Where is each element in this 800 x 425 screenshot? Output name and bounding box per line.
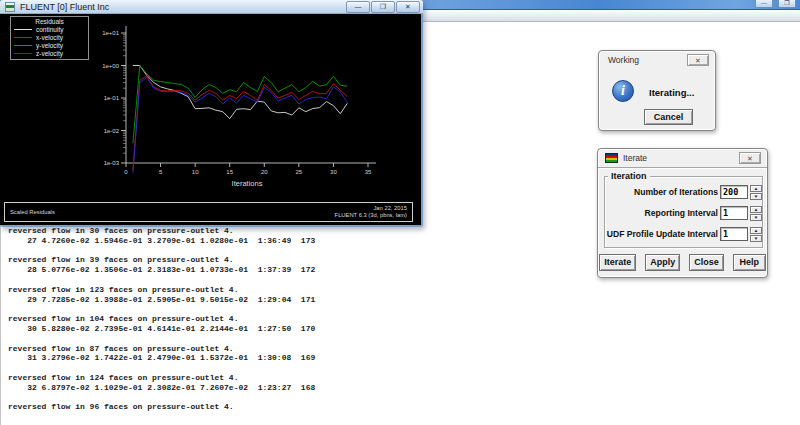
x-tick-label: 20 (261, 169, 268, 175)
y-tick-label: 1e+01 (102, 30, 120, 36)
working-dialog[interactable]: Working ✕ i Iterating... Cancel (598, 50, 716, 131)
legend-label: x-velocity (36, 34, 63, 41)
reporting-interval-label: Reporting Interval (644, 208, 718, 218)
legend-item-continuity: continuity (11, 25, 88, 33)
iterate-close-icon[interactable]: ✕ (739, 152, 761, 164)
legend-swatch (14, 29, 32, 30)
residual-curve-y-velocity (133, 66, 347, 144)
x-tick-label: 15 (226, 169, 233, 175)
fluent-app-icon (5, 2, 15, 12)
legend-swatch (14, 53, 32, 54)
plot-legend: Residuals continuityx-velocityy-velocity… (10, 16, 89, 60)
spinner-up-icon[interactable]: ▲ (750, 185, 762, 192)
y-tick-label: 1e-02 (104, 128, 120, 134)
iterate-dialog-title: Iterate (623, 153, 647, 163)
iteration-group: Iteration Number of Iterations 200 ▲ ▼ R… (604, 176, 763, 248)
fluent-graphics-window[interactable]: FLUENT [0] Fluent Inc — ❐ ✕ 1e+011e+001e… (0, 0, 423, 227)
x-tick-label: 35 (365, 169, 372, 175)
x-tick-label: 5 (159, 169, 163, 175)
maximize-button[interactable]: ❐ (371, 1, 395, 13)
legend-label: y-velocity (36, 42, 63, 49)
fluent-titlebar[interactable]: FLUENT [0] Fluent Inc — ❐ ✕ (0, 0, 423, 14)
spinner-down-icon[interactable]: ▼ (750, 193, 762, 200)
iterate-button[interactable]: Iterate (599, 254, 636, 271)
iteration-group-label: Iteration (608, 171, 650, 181)
residual-curve-x-velocity (133, 76, 347, 170)
close-button[interactable]: Close (689, 254, 724, 271)
caption-title: Scaled Residuals (10, 209, 55, 215)
x-tick-label: 25 (296, 169, 303, 175)
y-tick-label: 1e-01 (104, 95, 120, 101)
console-text: reversed flow in 30 faces on pressure-ou… (8, 226, 315, 412)
spinner-up-icon[interactable]: ▲ (750, 227, 762, 234)
console-maximize-button[interactable]: ❐ (778, 0, 796, 8)
residuals-plot-area: 1e+011e+001e-011e-021e-0305101520253035I… (0, 14, 419, 225)
working-dialog-title: Working (608, 55, 639, 65)
legend-item-z-velocity: z-velocity (11, 49, 88, 57)
x-tick-label: 30 (330, 169, 337, 175)
legend-item-x-velocity: x-velocity (11, 33, 88, 41)
reporting-interval-input[interactable]: 1 (720, 206, 748, 220)
caption-version: FLUENT 6.3 (3d, pbns, lam) (335, 212, 407, 219)
working-message: Iterating... (649, 87, 694, 98)
iterations-count-stepper: ▲ ▼ (750, 185, 762, 200)
legend-title: Residuals (11, 18, 88, 25)
apply-button[interactable]: Apply (645, 254, 680, 271)
legend-label: z-velocity (36, 50, 63, 57)
cancel-button[interactable]: Cancel (644, 109, 693, 125)
help-button[interactable]: Help (733, 254, 766, 271)
udf-interval-input[interactable]: 1 (720, 227, 748, 241)
title-separator (598, 167, 767, 169)
working-close-icon[interactable]: ✕ (687, 54, 709, 66)
y-tick-label: 1e+00 (102, 63, 120, 69)
iterations-count-input[interactable]: 200 (720, 185, 748, 199)
spinner-up-icon[interactable]: ▲ (750, 206, 762, 213)
x-tick-label: 0 (124, 169, 128, 175)
fluent-flag-icon (605, 153, 618, 163)
x-axis-title: Iterations (232, 179, 263, 188)
fluent-window-title: FLUENT [0] Fluent Inc (20, 2, 109, 12)
minimize-button[interactable]: — (346, 1, 370, 13)
close-button[interactable]: ✕ (396, 1, 420, 13)
legend-item-y-velocity: y-velocity (11, 41, 88, 49)
udf-interval-stepper: ▲ ▼ (750, 227, 762, 242)
console-minimize-button[interactable]: — (755, 0, 773, 8)
info-icon: i (612, 80, 634, 102)
legend-swatch (14, 37, 32, 38)
legend-label: continuity (36, 26, 63, 33)
spinner-down-icon[interactable]: ▼ (750, 235, 762, 242)
legend-swatch (14, 45, 32, 46)
caption-date: Jan 22, 2015 (335, 205, 407, 212)
y-tick-label: 1e-03 (104, 160, 120, 166)
iterations-count-label: Number of Iterations (634, 187, 718, 197)
spinner-down-icon[interactable]: ▼ (750, 214, 762, 221)
iterate-dialog[interactable]: Iterate ✕ Iteration Number of Iterations… (597, 148, 768, 278)
plot-caption-bar: Scaled Residuals Jan 22, 2015 FLUENT 6.3… (4, 202, 413, 222)
reporting-interval-stepper: ▲ ▼ (750, 206, 762, 221)
udf-interval-label: UDF Profile Update Interval (607, 229, 718, 239)
x-tick-label: 10 (192, 169, 199, 175)
